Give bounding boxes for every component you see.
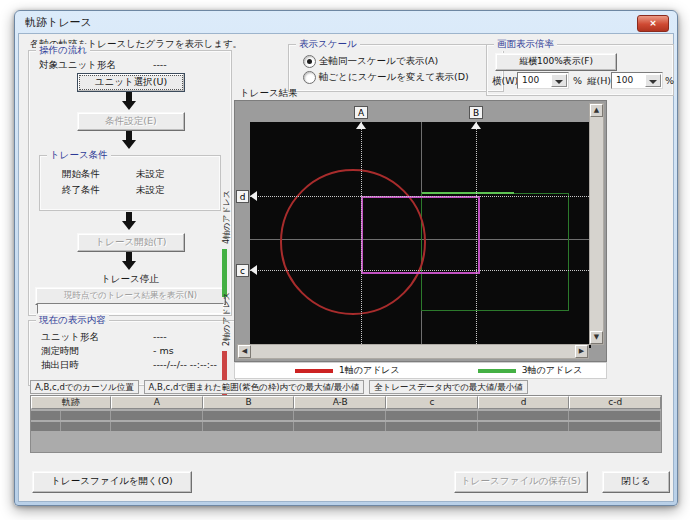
col-header-c[interactable]: c xyxy=(386,396,478,409)
table-cell xyxy=(478,411,570,420)
display-scale-group: 表示スケール 全軸同一スケールで表示(A) 軸ごとにスケールを変えて表示(D) xyxy=(288,44,504,92)
magnification-group: 画面表示倍率 縦横100%表示(F) 横(W) 100 % 縦(H) 100 % xyxy=(486,44,674,96)
trace-rect-highlight xyxy=(422,192,514,194)
plot-legend: 1軸のアドレス 3軸のアドレス xyxy=(234,362,607,379)
current-display-title: 現在の表示内容 xyxy=(36,314,109,327)
condition-setting-button[interactable]: 条件設定(E) xyxy=(77,112,185,131)
reset-100-button[interactable]: 縦横100%表示(F) xyxy=(495,53,617,71)
scroll-down-icon[interactable]: ▼ xyxy=(590,331,603,344)
table-cell xyxy=(61,411,111,420)
cursor-marker-b[interactable]: B xyxy=(469,106,483,119)
scroll-up-icon[interactable]: ▲ xyxy=(590,104,603,117)
legend-red-swatch-icon xyxy=(295,369,333,373)
col-header-locus[interactable]: 軌跡 xyxy=(31,396,111,409)
chevron-down-icon[interactable] xyxy=(551,74,567,87)
trace-result-label: トレース結果 xyxy=(240,87,298,100)
result-table: 軌跡 A B A-B c d c-d xyxy=(30,395,662,453)
table-cell xyxy=(31,411,61,420)
horizontal-scrollbar[interactable]: ◀ ▶ xyxy=(237,344,589,359)
col-header-d[interactable]: d xyxy=(478,396,570,409)
close-icon: × xyxy=(649,18,657,28)
height-percent-combo[interactable]: 100 xyxy=(611,72,663,89)
result-tabs: A,B,c,dでのカーソル位置 A,B,c,dで囲まれた範囲(紫色の枠)内での最… xyxy=(30,380,530,393)
close-button[interactable]: × xyxy=(637,15,669,32)
operation-flow-group-title: 操作の流れ xyxy=(36,44,90,57)
close-dialog-button[interactable]: 閉じる xyxy=(602,471,670,493)
scroll-left-icon[interactable]: ◀ xyxy=(238,345,251,358)
unit-name-label: ユニット形名 xyxy=(41,331,99,344)
col-header-a[interactable]: A xyxy=(111,396,203,409)
unit-name-value: ---- xyxy=(153,331,167,342)
cursor-line-b xyxy=(476,122,477,348)
height-percent-sign: % xyxy=(665,75,674,86)
unit-select-button[interactable]: ユニット選択(U) xyxy=(77,73,185,92)
green-axis-bar xyxy=(222,249,227,297)
table-cell xyxy=(203,411,295,420)
table-cell xyxy=(294,411,386,420)
radio-per-axis-scale[interactable] xyxy=(303,71,316,84)
y-axis-label-red: 2軸のアドレス xyxy=(221,292,232,346)
table-row xyxy=(31,422,661,431)
extract-datetime-value: ----/--/-- --:--:-- xyxy=(153,359,217,370)
trace-conditions-group: トレース条件 開始条件 未設定 終了条件 未設定 xyxy=(39,155,221,211)
dialog-client-area: 各軸の軌跡をトレースしたグラフを表示します。 操作の流れ 対象ユニット形名 --… xyxy=(18,33,674,502)
scroll-right-icon[interactable]: ▶ xyxy=(575,345,588,358)
cursor-marker-c[interactable]: c xyxy=(236,264,249,277)
open-trace-file-button[interactable]: トレースファイルを開く(O) xyxy=(32,471,192,493)
trace-dialog-window: 軌跡トレース × 各軸の軌跡をトレースしたグラフを表示します。 操作の流れ 対象… xyxy=(14,10,678,506)
table-cell xyxy=(478,422,570,431)
legend-axis1-label: 1軸のアドレス xyxy=(339,364,400,377)
extract-datetime-label: 抽出日時 xyxy=(41,359,79,372)
col-header-c-d[interactable]: c-d xyxy=(569,396,661,409)
title-bar[interactable]: 軌跡トレース × xyxy=(15,11,677,33)
window-title: 軌跡トレース xyxy=(25,15,92,30)
cursor-arrow-d-icon xyxy=(250,191,257,201)
screenshot-stage: { "window": { "title": "軌跡トレース", "close_… xyxy=(0,0,690,520)
width-percent-value: 100 xyxy=(522,75,539,85)
target-unit-value: ---- xyxy=(153,59,167,70)
table-header-row: 軌跡 A B A-B c d c-d xyxy=(31,396,661,409)
col-header-a-b[interactable]: A-B xyxy=(294,396,386,409)
save-trace-file-button[interactable]: トレースファイルの保存(S) xyxy=(454,471,588,493)
cursor-line-a xyxy=(361,122,362,348)
width-percent-sign: % xyxy=(573,75,582,86)
down-arrow-icon xyxy=(122,212,136,230)
table-row xyxy=(31,411,661,420)
legend-axis3-label: 3軸のアドレス xyxy=(522,364,583,377)
measure-time-label: 測定時間 xyxy=(41,345,79,358)
cursor-arrow-b-icon xyxy=(471,122,481,129)
vertical-scrollbar[interactable]: ▲ ▼ xyxy=(589,103,604,345)
height-percent-label: 縦(H) xyxy=(587,75,611,88)
down-arrow-icon xyxy=(122,252,136,270)
radio-same-scale[interactable] xyxy=(303,55,316,68)
tab-alldata-max-min[interactable]: 全トレースデータ内での最大値/最小値 xyxy=(369,380,528,394)
col-header-b[interactable]: B xyxy=(203,396,295,409)
table-cell xyxy=(111,422,203,431)
cursor-marker-a[interactable]: A xyxy=(354,106,368,119)
selection-rect xyxy=(361,196,480,274)
down-arrow-icon xyxy=(122,92,136,110)
table-cell xyxy=(61,422,111,431)
magnification-title: 画面表示倍率 xyxy=(494,38,557,51)
cursor-line-d xyxy=(250,196,591,197)
radio-per-axis-scale-label[interactable]: 軸ごとにスケールを変えて表示(D) xyxy=(319,71,469,84)
tab-cursor-position[interactable]: A,B,c,dでのカーソル位置 xyxy=(30,380,139,394)
chevron-down-icon[interactable] xyxy=(645,74,661,87)
start-condition-label: 開始条件 xyxy=(62,168,100,181)
cursor-arrow-a-icon xyxy=(356,122,366,129)
operation-flow-group: 操作の流れ 対象ユニット形名 ---- ユニット選択(U) 条件設定(E) トレ… xyxy=(28,50,232,316)
cursor-arrow-c-icon xyxy=(250,265,257,275)
y-axis-strip: 4軸のアドレス 2軸のアドレス xyxy=(219,100,233,360)
table-cell xyxy=(386,422,478,431)
trace-start-button[interactable]: トレース開始(T) xyxy=(77,233,185,252)
radio-same-scale-label[interactable]: 全軸同一スケールで表示(A) xyxy=(319,55,438,68)
cursor-marker-d[interactable]: d xyxy=(236,190,249,203)
table-cell xyxy=(569,422,661,431)
down-arrow-icon xyxy=(122,131,136,149)
width-percent-combo[interactable]: 100 xyxy=(517,72,569,89)
table-cell xyxy=(294,422,386,431)
trace-progress-box xyxy=(37,303,224,314)
current-display-group: 現在の表示内容 ユニット形名 ---- 測定時間 - ms 抽出日時 ----/… xyxy=(28,320,236,386)
trace-stop-label: トレース停止 xyxy=(29,273,231,286)
tab-range-max-min[interactable]: A,B,c,dで囲まれた範囲(紫色の枠)内での最大値/最小値 xyxy=(144,380,365,394)
